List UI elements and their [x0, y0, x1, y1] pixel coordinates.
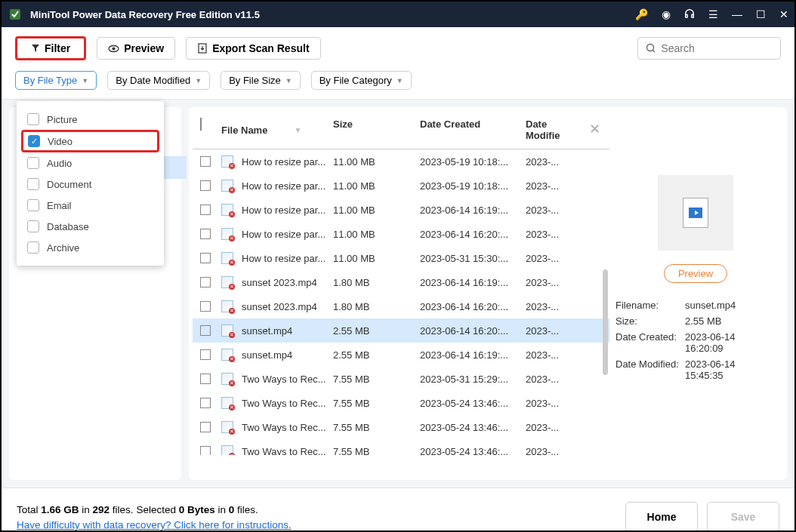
- row-checkbox[interactable]: [200, 374, 211, 384]
- export-button[interactable]: Export Scan Result: [186, 37, 320, 60]
- type-option-video[interactable]: ✓Video: [21, 130, 159, 152]
- checkbox[interactable]: [27, 199, 39, 211]
- filename-label: Filename:: [616, 300, 685, 311]
- type-option-audio[interactable]: Audio: [17, 152, 164, 174]
- video-file-icon: [221, 421, 233, 433]
- filter-by-category[interactable]: By File Category▼: [311, 71, 412, 90]
- disc-icon[interactable]: ◉: [662, 8, 671, 20]
- select-all-checkbox[interactable]: [200, 118, 202, 131]
- checkbox[interactable]: [27, 178, 39, 190]
- type-option-archive[interactable]: Archive: [17, 237, 164, 258]
- row-checkbox[interactable]: [200, 229, 211, 239]
- file-size: 2.55 MB: [333, 325, 420, 337]
- close-panel-icon[interactable]: ✕: [589, 121, 600, 137]
- maximize-icon[interactable]: ☐: [756, 8, 766, 20]
- row-checkbox[interactable]: [200, 349, 211, 360]
- file-size: 7.55 MB: [333, 446, 420, 456]
- filename-value: sunset.mp4: [685, 300, 776, 311]
- file-modified: 2023-...: [526, 446, 571, 456]
- funnel-icon: [31, 44, 40, 53]
- file-size: 1.80 MB: [333, 277, 420, 288]
- file-modified: 2023-...: [526, 398, 571, 409]
- row-checkbox[interactable]: [200, 422, 211, 432]
- filter-button[interactable]: Filter: [15, 36, 86, 60]
- file-name: How to resize par...: [242, 253, 325, 264]
- type-option-document[interactable]: Document: [17, 174, 164, 195]
- file-name: How to resize par...: [242, 204, 325, 216]
- footer: Total 1.66 GB in 292 files. Selected 0 B…: [2, 487, 794, 532]
- row-checkbox[interactable]: [200, 180, 211, 191]
- file-name: How to resize par...: [242, 180, 325, 192]
- checkbox[interactable]: [27, 220, 39, 232]
- file-created: 2023-05-31 15:29:...: [420, 374, 526, 385]
- row-checkbox[interactable]: [200, 277, 211, 288]
- col-modified[interactable]: Date Modifie: [526, 118, 571, 141]
- file-name: Two Ways to Rec...: [242, 398, 326, 409]
- file-type-dropdown: Picture ✓Video Audio Document Email Data…: [17, 101, 164, 266]
- preview-file-button[interactable]: Preview: [664, 264, 727, 283]
- table-row[interactable]: sunset 2023.mp4 1.80 MB 2023-06-14 16:20…: [193, 294, 609, 318]
- chevron-down-icon: ▼: [285, 77, 292, 85]
- row-checkbox[interactable]: [200, 301, 211, 312]
- search-input[interactable]: [661, 42, 773, 54]
- row-checkbox[interactable]: [200, 325, 211, 336]
- file-created: 2023-06-14 16:20:...: [420, 301, 526, 312]
- row-checkbox[interactable]: [200, 253, 211, 263]
- row-checkbox[interactable]: [200, 204, 211, 215]
- video-file-icon: [221, 397, 233, 409]
- filter-by-size[interactable]: By File Size▼: [221, 71, 301, 90]
- search-box[interactable]: [637, 37, 781, 60]
- file-size: 7.55 MB: [333, 374, 420, 385]
- video-file-icon: [221, 300, 233, 312]
- filter-by-type[interactable]: By File Type▼: [15, 71, 97, 90]
- size-value: 2.55 MB: [685, 315, 776, 327]
- file-size: 11.00 MB: [333, 229, 420, 240]
- home-button[interactable]: Home: [625, 502, 698, 532]
- table-row[interactable]: How to resize par... 11.00 MB 2023-05-31…: [193, 246, 609, 270]
- type-option-email[interactable]: Email: [17, 195, 164, 216]
- type-option-database[interactable]: Database: [17, 216, 164, 237]
- checkbox-checked[interactable]: ✓: [28, 135, 40, 147]
- file-name: sunset 2023.mp4: [242, 301, 317, 312]
- key-icon[interactable]: 🔑: [635, 8, 648, 20]
- table-row[interactable]: Two Ways to Rec... 7.55 MB 2023-05-31 15…: [193, 367, 609, 391]
- type-option-picture[interactable]: Picture: [17, 109, 164, 130]
- table-row[interactable]: Two Ways to Rec... 7.55 MB 2023-05-24 13…: [193, 415, 609, 439]
- table-row[interactable]: sunset.mp4 2.55 MB 2023-06-14 16:20:... …: [193, 318, 609, 343]
- filter-by-date[interactable]: By Date Modified▼: [107, 71, 210, 90]
- table-row[interactable]: sunset 2023.mp4 1.80 MB 2023-06-14 16:19…: [193, 270, 609, 294]
- file-list: ✕ File Name▼ Size Date Created Date Modi…: [189, 107, 609, 480]
- checkbox[interactable]: [27, 157, 39, 169]
- menu-icon[interactable]: ☰: [708, 8, 718, 20]
- table-row[interactable]: Two Ways to Rec... 7.55 MB 2023-05-24 13…: [193, 439, 609, 455]
- file-size: 7.55 MB: [333, 398, 420, 409]
- table-row[interactable]: How to resize par... 11.00 MB 2023-05-19…: [193, 149, 609, 174]
- checkbox[interactable]: [27, 113, 39, 125]
- checkbox[interactable]: [27, 241, 39, 254]
- play-icon: [689, 208, 702, 218]
- col-name[interactable]: File Name▼: [221, 118, 333, 141]
- file-size: 11.00 MB: [333, 204, 420, 216]
- table-row[interactable]: Two Ways to Rec... 7.55 MB 2023-05-24 13…: [193, 391, 609, 415]
- file-name: Two Ways to Rec...: [242, 374, 326, 385]
- created-label: Date Created:: [616, 331, 685, 354]
- preview-button[interactable]: Preview: [97, 37, 175, 60]
- close-icon[interactable]: ✕: [779, 8, 788, 20]
- row-checkbox[interactable]: [200, 156, 211, 167]
- col-size[interactable]: Size: [333, 118, 420, 141]
- table-body: How to resize par... 11.00 MB 2023-05-19…: [193, 149, 609, 455]
- row-checkbox[interactable]: [200, 446, 211, 455]
- minimize-icon[interactable]: —: [732, 8, 742, 20]
- footer-status: Total 1.66 GB in 292 files. Selected 0 B…: [17, 503, 292, 518]
- scrollbar[interactable]: [603, 269, 608, 375]
- table-row[interactable]: sunset.mp4 2.55 MB 2023-06-14 16:19:... …: [193, 343, 609, 367]
- svg-rect-1: [686, 14, 687, 17]
- table-row[interactable]: How to resize par... 11.00 MB 2023-05-19…: [193, 174, 609, 198]
- save-button[interactable]: Save: [707, 502, 779, 532]
- col-created[interactable]: Date Created: [420, 118, 526, 141]
- table-row[interactable]: How to resize par... 11.00 MB 2023-06-14…: [193, 222, 609, 246]
- row-checkbox[interactable]: [200, 398, 211, 408]
- help-link[interactable]: Have difficulty with data recovery? Clic…: [17, 519, 292, 530]
- headphones-icon[interactable]: [684, 8, 695, 21]
- table-row[interactable]: How to resize par... 11.00 MB 2023-06-14…: [193, 198, 609, 222]
